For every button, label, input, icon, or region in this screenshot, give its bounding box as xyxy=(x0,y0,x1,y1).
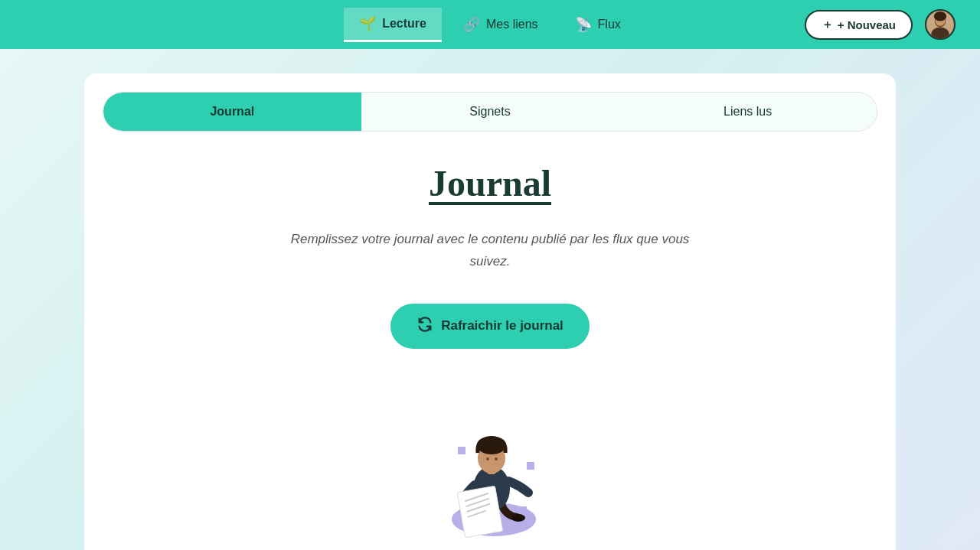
page-title: Journal xyxy=(429,162,551,204)
main-body: Journal Remplissez votre journal avec le… xyxy=(84,132,896,550)
tree-icon: 🌱 xyxy=(359,15,376,32)
svg-point-21 xyxy=(495,457,498,461)
nav-label-lecture: Lecture xyxy=(382,17,426,31)
nav-item-lecture[interactable]: 🌱 Lecture xyxy=(344,8,442,42)
nav-item-mes-liens[interactable]: 🔗 Mes liens xyxy=(448,8,554,41)
svg-rect-8 xyxy=(521,506,527,513)
nav-label-mes-liens: Mes liens xyxy=(486,18,538,31)
link-icon: 🔗 xyxy=(463,16,480,33)
svg-point-10 xyxy=(511,514,525,522)
svg-rect-6 xyxy=(458,447,466,454)
nav-item-flux[interactable]: 📡 Flux xyxy=(560,8,636,41)
tab-liens-lus[interactable]: Liens lus xyxy=(619,93,877,131)
nouveau-button[interactable]: ＋ + Nouveau xyxy=(805,10,913,40)
refresh-button[interactable]: Rafraichir le journal xyxy=(390,304,590,349)
svg-point-20 xyxy=(486,457,489,461)
tab-signets[interactable]: Signets xyxy=(361,93,619,131)
svg-rect-12 xyxy=(457,486,503,538)
svg-point-19 xyxy=(477,436,506,454)
description-text: Remplissez votre journal avec le contenu… xyxy=(276,229,704,273)
nav-label-flux: Flux xyxy=(598,18,621,31)
avatar[interactable] xyxy=(925,9,956,40)
nav-items: 🌱 Lecture 🔗 Mes liens 📡 Flux xyxy=(344,8,636,42)
rss-icon: 📡 xyxy=(575,16,592,33)
refresh-label: Rafraichir le journal xyxy=(441,318,564,334)
nouveau-label: + Nouveau xyxy=(838,18,896,31)
svg-rect-7 xyxy=(527,462,534,470)
refresh-icon xyxy=(416,316,433,337)
content-panel: Journal Signets Liens lus Journal Rempli… xyxy=(84,73,896,550)
nav-right: ＋ + Nouveau xyxy=(805,9,956,40)
plus-icon: ＋ xyxy=(822,18,833,32)
illustration xyxy=(406,386,574,539)
tab-bar: Journal Signets Liens lus xyxy=(103,92,877,132)
navigation: 🌱 Lecture 🔗 Mes liens 📡 Flux ＋ + Nouveau xyxy=(0,0,980,49)
tab-journal[interactable]: Journal xyxy=(103,93,361,131)
svg-point-4 xyxy=(934,11,946,21)
